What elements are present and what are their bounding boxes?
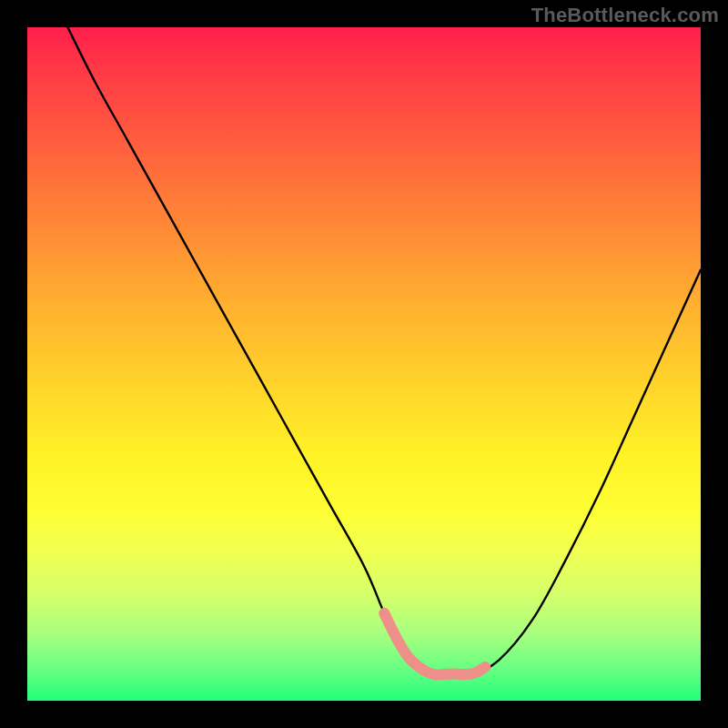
plot-area — [27, 27, 701, 701]
watermark-text: TheBottleneck.com — [531, 4, 719, 27]
chart-frame: TheBottleneck.com — [0, 0, 728, 728]
curve-layer — [27, 27, 701, 701]
highlight-sweet-spot — [384, 613, 485, 675]
bottleneck-curve — [67, 27, 701, 675]
